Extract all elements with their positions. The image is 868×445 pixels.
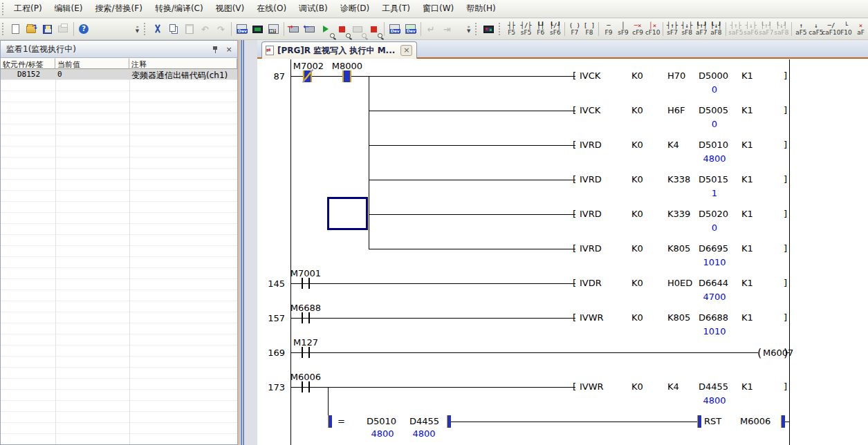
menu-diagnostics[interactable]: 诊断(D) xyxy=(334,0,376,17)
ladder-open-contact-button[interactable]: ┤├F5 xyxy=(504,20,519,38)
column-device[interactable]: 软元件/标签 xyxy=(1,58,55,69)
ladder-delete-vline-button[interactable]: │×cF10 xyxy=(645,20,661,38)
save-project-button[interactable] xyxy=(39,21,55,37)
menu-tools[interactable]: 工具(T) xyxy=(376,0,416,17)
toolbar: ↴ ? »▼ ↶ ↷ Dev H? → ← Dev Dev ↵ ⇥ »▼ ┤├F… xyxy=(0,19,868,40)
ladder-application-instruction-button[interactable]: [ ]F8 xyxy=(582,20,596,38)
ladder-vline-button[interactable]: │sF9 xyxy=(616,20,631,38)
ladder-open-branch-button[interactable]: ┞┦F6 xyxy=(533,20,548,38)
read-from-plc-button[interactable]: ← xyxy=(302,21,318,37)
panel-splitter[interactable] xyxy=(243,40,244,445)
jump-destination-icon: ⇥ xyxy=(443,24,451,35)
device-test-button[interactable]: H? xyxy=(266,21,281,37)
instruction[interactable]: [IVCKK0H6FD5005K1] xyxy=(573,105,791,116)
toolbar-grip[interactable] xyxy=(475,23,479,35)
instruction[interactable]: [IVRDK0K805D6695K1] xyxy=(573,243,791,254)
menu-online[interactable]: 在线(O) xyxy=(250,0,293,17)
device-monitor-button[interactable] xyxy=(366,21,382,37)
screen-icon xyxy=(252,26,263,33)
instruction[interactable]: [IVWRK0K805D6688K1] xyxy=(573,312,791,323)
instruction[interactable]: [IVRDK0K339D5020K1] xyxy=(573,209,791,220)
column-comment[interactable]: 注释 xyxy=(129,58,237,69)
paste-icon xyxy=(185,24,194,34)
monitor-screen-button[interactable] xyxy=(250,21,266,37)
toolbar-grip[interactable] xyxy=(2,23,6,35)
toolbar-grip[interactable] xyxy=(499,23,502,35)
toolbar-overflow-button[interactable]: »▼ xyxy=(464,21,473,37)
copy-button[interactable] xyxy=(165,21,181,37)
monitor-stop-button[interactable] xyxy=(334,21,350,37)
tab-close-button[interactable]: × xyxy=(400,45,412,56)
help-button[interactable]: ? xyxy=(76,21,92,37)
menu-convert-compile[interactable]: 转换/编译(C) xyxy=(149,0,210,17)
ladder-edit-mode-button[interactable] xyxy=(481,21,497,37)
ladder-editor[interactable]: 87 145 157 169 173 M7002 M8000 M7001 M66… xyxy=(257,59,868,445)
instruction[interactable]: [IVWRK0K4D4455K1] xyxy=(573,381,791,392)
device-comment-button[interactable]: Dev xyxy=(234,21,250,37)
contact-no-energized[interactable] xyxy=(342,70,351,82)
ladder-hline-button[interactable]: ─F9 xyxy=(601,20,616,38)
toolbar-overflow-button[interactable]: »▼ xyxy=(133,21,142,37)
ladder-rising-pulse-branch-button[interactable]: ┞↑┦aF7 xyxy=(694,20,709,38)
device-monitor-icon xyxy=(371,26,377,32)
pin-button[interactable] xyxy=(210,44,221,55)
instruction[interactable]: [IVDRK0H0EDD6644K1] xyxy=(573,278,791,289)
wire xyxy=(290,387,575,388)
panel-splitter[interactable] xyxy=(239,40,239,445)
ladder-falling-pulse-button[interactable]: ┤↓├sF8 xyxy=(680,20,694,38)
menu-search-replace[interactable]: 搜索/替换(F) xyxy=(89,0,149,17)
separator xyxy=(284,22,284,36)
ladder-cursor[interactable] xyxy=(327,197,368,230)
print-icon xyxy=(58,26,68,32)
ladder-canvas: 87 145 157 169 173 M7002 M8000 M7001 M66… xyxy=(257,59,868,445)
open-folder-icon: ↴ xyxy=(26,26,36,33)
write-to-plc-button[interactable]: → xyxy=(286,21,302,37)
contact-no[interactable] xyxy=(302,381,310,392)
toolbar-grip[interactable] xyxy=(2,3,6,15)
watch-table[interactable]: D8152 0 变频器通信出错代码(ch1) xyxy=(1,69,237,444)
ladder-rising-pulse-button[interactable]: ┤↑├sF7 xyxy=(665,20,680,38)
instruction[interactable]: [IVRDK0K4D5010K1] xyxy=(573,140,791,151)
monitor-start-button[interactable] xyxy=(318,21,334,37)
ladder-closed-branch-button[interactable]: ┞/┦sF6 xyxy=(548,20,562,38)
cut-button[interactable] xyxy=(149,21,165,37)
menu-help[interactable]: 帮助(H) xyxy=(460,0,501,17)
contact-no[interactable] xyxy=(302,347,310,358)
menu-view[interactable]: 视图(V) xyxy=(210,0,251,17)
watch-comment: 变频器通信出错代码(ch1) xyxy=(129,69,237,79)
tab-prg-monitor[interactable]: [PRG]R 监视写入 执行中 M... × xyxy=(261,41,417,59)
toolbar-grip[interactable] xyxy=(144,23,147,35)
coil-label[interactable]: M6007 xyxy=(763,348,793,358)
device-monitor-1-button[interactable]: Dev xyxy=(387,21,403,37)
ladder-mode-icon xyxy=(483,26,494,33)
ladder-invert-result-button[interactable]: ↑aF5 xyxy=(794,20,809,38)
panel-splitter[interactable] xyxy=(241,40,242,445)
menu-debug[interactable]: 调试(B) xyxy=(293,0,334,17)
wire xyxy=(369,180,575,180)
ladder-pulse-negation-button: ┤↑├saF5 xyxy=(728,20,744,38)
ladder-delete-line-button[interactable]: ×aF xyxy=(853,20,868,38)
ladder-delete-hline-button[interactable]: ─×cF9 xyxy=(631,20,645,38)
menu-project[interactable]: 工程(P) xyxy=(8,0,48,17)
contact-label: M6688 xyxy=(285,303,326,313)
wire xyxy=(369,111,575,111)
instruction[interactable]: [IVCKK0H70D5000K1] xyxy=(573,70,791,82)
menu-window[interactable]: 窗口(W) xyxy=(416,0,460,17)
open-project-button[interactable]: ↴ xyxy=(24,21,39,37)
device-monitor-2-button[interactable]: Dev xyxy=(403,21,418,37)
monitor-value: 1010 xyxy=(687,257,742,267)
ladder-falling-pulse-branch-button[interactable]: ┞↓┦aF8 xyxy=(709,20,723,38)
ladder-draw-line-button[interactable]: └F10 xyxy=(839,20,853,38)
ladder-slash-line-button[interactable]: ─/caF10 xyxy=(824,20,839,38)
watch-close-button[interactable]: × xyxy=(223,44,234,55)
ladder-coil-button[interactable]: ( )F7 xyxy=(567,20,582,38)
watch-row[interactable]: D8152 0 变频器通信出错代码(ch1) xyxy=(1,69,237,79)
column-current-value[interactable]: 当前值 xyxy=(55,58,129,69)
contact-no[interactable] xyxy=(302,278,310,289)
instruction[interactable]: [IVRDK0K338D5015K1] xyxy=(573,174,791,185)
contact-nc-energized[interactable] xyxy=(303,70,312,82)
contact-no[interactable] xyxy=(302,312,310,323)
new-project-button[interactable] xyxy=(8,21,24,37)
ladder-closed-contact-button[interactable]: ┤/├sF5 xyxy=(519,20,533,38)
menu-edit[interactable]: 编辑(E) xyxy=(48,0,89,17)
